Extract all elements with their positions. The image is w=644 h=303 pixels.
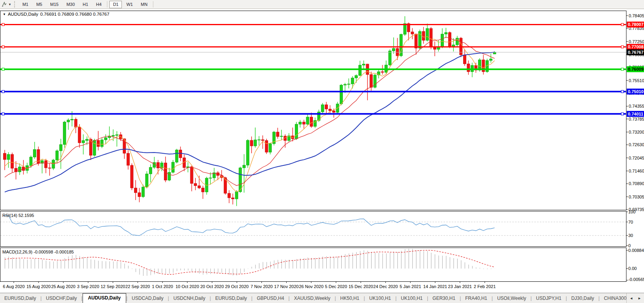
date-axis[interactable]: 6 Aug 202015 Aug 202025 Aug 20203 Sep 20… <box>3 281 496 289</box>
timeframe-button-D1[interactable]: D1 <box>109 1 122 8</box>
line-handle <box>621 68 624 70</box>
svg-text:-0.005651: -0.005651 <box>628 277 644 282</box>
chart-tab-USDCAD-Daily[interactable]: USDCAD,Daily <box>127 294 168 303</box>
svg-text:20 Oct 2020: 20 Oct 2020 <box>200 284 224 289</box>
svg-text:0.69735: 0.69735 <box>629 207 644 212</box>
svg-text:29 Oct 2020: 29 Oct 2020 <box>225 284 248 289</box>
svg-text:0.75510: 0.75510 <box>629 78 644 83</box>
mt4-window: ▼ M1M5M15M30H1H4D1W1MN 0.008840.00-0.005… <box>0 0 644 303</box>
svg-text:0.78405: 0.78405 <box>629 13 644 18</box>
tool-dropdown-caret-icon[interactable]: ▼ <box>8 3 11 6</box>
svg-text:0: 0 <box>628 243 631 248</box>
svg-text:2 Feb 2021: 2 Feb 2021 <box>474 284 496 289</box>
timeframe-button-M1[interactable]: M1 <box>19 1 32 8</box>
line-handle <box>621 23 624 26</box>
svg-text:5 Jan 2021: 5 Jan 2021 <box>400 284 421 289</box>
line-handle <box>2 23 4 26</box>
svg-text:12 Sep 2020: 12 Sep 2020 <box>101 284 125 289</box>
line-handle <box>621 46 624 48</box>
timeframe-button-H1[interactable]: H1 <box>79 1 92 8</box>
svg-text:0.00884: 0.00884 <box>628 248 644 253</box>
svg-text:0.72045: 0.72045 <box>629 156 644 160</box>
svg-text:0.00: 0.00 <box>628 266 637 271</box>
chart-canvas[interactable]: 0.008840.00-0.005651100703000.784050.778… <box>0 9 644 293</box>
timeframe-button-MN[interactable]: MN <box>137 1 151 8</box>
ohlc-readout: 0.76691 0.76809 0.76680 0.76767 <box>40 12 109 17</box>
svg-text:0.75010: 0.75010 <box>628 89 644 94</box>
chart-tab-UK100-H1[interactable]: UK100,H1 <box>365 294 395 303</box>
symbol-period-label: AUDUSD,Daily <box>8 12 38 17</box>
chart-tab-AUDUSD-Daily[interactable]: AUDUSD,Daily <box>83 293 126 303</box>
chart-tab-USDCNH-Daily[interactable]: USDCNH,Daily <box>169 294 210 303</box>
svg-text:0.70890: 0.70890 <box>629 181 644 186</box>
chart-tab-XAUUSD-Weekly[interactable]: XAUUSD,Weekly <box>290 294 335 303</box>
chart-tab-UK100-H1[interactable]: UK100,H1 <box>397 294 427 303</box>
toolbar-grip[interactable] <box>14 1 17 7</box>
svg-text:25 Aug 2020: 25 Aug 2020 <box>51 284 75 289</box>
rsi-indicator-label: RSI(14) 52.1595 <box>2 213 34 218</box>
svg-text:0.77250: 0.77250 <box>629 39 644 44</box>
tabs-scroll-right-icon[interactable]: ► <box>637 296 642 301</box>
svg-text:0.76767: 0.76767 <box>628 50 644 55</box>
svg-text:3 Sep 2020: 3 Sep 2020 <box>77 284 99 289</box>
chart-tab-EURUSD-Daily[interactable]: EURUSD,Daily <box>0 294 40 303</box>
macd-panel <box>0 248 627 282</box>
line-handle <box>621 113 624 115</box>
chart-tab-EURUSD-Daily[interactable]: EURUSD,Daily <box>211 294 251 303</box>
svg-text:0.73785: 0.73785 <box>629 117 644 121</box>
chart-tab-DJ30-Daily[interactable]: DJ30,Daily <box>567 294 598 303</box>
chart-tab-USDJPY-H1[interactable]: USDJPY,H1 <box>532 294 565 303</box>
chart-tab-HK50-H1[interactable]: HK50,H1 <box>336 294 364 303</box>
svg-text:0.76009: 0.76009 <box>628 67 644 72</box>
svg-text:1 Oct 2020: 1 Oct 2020 <box>152 284 173 289</box>
svg-text:0.72630: 0.72630 <box>629 142 644 147</box>
svg-text:5 Dec 2020: 5 Dec 2020 <box>325 284 347 289</box>
price-badge-0.74011: 0.74011 <box>627 111 644 117</box>
crosshair-tool-icon[interactable] <box>1 1 8 8</box>
svg-text:22 Sep 2020: 22 Sep 2020 <box>125 284 150 289</box>
chart-title: ▼ AUDUSD,Daily 0.76691 0.76809 0.76680 0… <box>3 12 109 17</box>
timeframe-button-H4[interactable]: H4 <box>92 1 105 8</box>
svg-text:0.78007: 0.78007 <box>628 22 644 27</box>
tabs-scroll-left-icon[interactable]: ◄ <box>628 296 634 301</box>
line-handle <box>2 46 4 48</box>
chart-window: 0.008840.00-0.005651100703000.784050.778… <box>0 9 644 293</box>
price-badge-0.77008: 0.77008 <box>627 44 644 50</box>
timeframe-toolbar: ▼ M1M5M15M30H1H4D1W1MN <box>0 0 644 9</box>
svg-text:26 Nov 2020: 26 Nov 2020 <box>299 284 323 289</box>
timeframe-button-M15[interactable]: M15 <box>46 1 62 8</box>
timeframe-button-M30[interactable]: M30 <box>63 1 78 8</box>
svg-text:6 Aug 2020: 6 Aug 2020 <box>3 284 25 289</box>
svg-text:0.77008: 0.77008 <box>628 44 644 49</box>
svg-text:24 Dec 2020: 24 Dec 2020 <box>374 284 398 289</box>
timeframe-button-M5[interactable]: M5 <box>33 1 46 8</box>
svg-text:0.70305: 0.70305 <box>629 195 644 199</box>
svg-text:7 Nov 2020: 7 Nov 2020 <box>250 284 272 289</box>
macd-indicator-label: MACD(12,26,9) -0.000598 -0.000185 <box>2 250 74 254</box>
chart-tab-FRA40-H1[interactable]: FRA40,H1 <box>461 294 491 303</box>
svg-text:17 Nov 2020: 17 Nov 2020 <box>274 284 298 289</box>
svg-text:30: 30 <box>628 233 633 238</box>
collapse-triangle-icon[interactable]: ▼ <box>3 13 6 16</box>
chart-tab-GBPUSD-H4[interactable]: GBPUSD,H4 <box>252 294 288 303</box>
svg-text:15 Aug 2020: 15 Aug 2020 <box>26 284 51 289</box>
chart-tab-USOil-Weekly[interactable]: USOil,Weekly <box>493 294 530 303</box>
svg-text:14 Jan 2021: 14 Jan 2021 <box>423 284 447 289</box>
line-handle <box>621 90 624 93</box>
svg-text:15 Dec 2020: 15 Dec 2020 <box>349 284 373 289</box>
svg-text:23 Jan 2021: 23 Jan 2021 <box>448 284 472 289</box>
svg-text:70: 70 <box>628 220 633 224</box>
svg-text:0.71460: 0.71460 <box>629 169 644 173</box>
price-badge-0.75010: 0.75010 <box>627 88 644 94</box>
chart-tab-GER30-H1[interactable]: GER30,H1 <box>428 294 460 303</box>
timeframe-button-W1[interactable]: W1 <box>123 1 136 8</box>
svg-text:0.74011: 0.74011 <box>628 112 643 116</box>
tabs-scroll-controls: ◄ ► <box>626 293 644 303</box>
line-handle <box>2 90 4 93</box>
line-handle <box>2 68 4 70</box>
price-badge-0.76009: 0.76009 <box>627 66 644 72</box>
chart-tab-CHINA300-H1[interactable]: CHINA300,H1 <box>600 294 626 303</box>
main-panel <box>0 11 627 210</box>
chart-tab-USDCHF-Daily[interactable]: USDCHF,Daily <box>42 294 81 303</box>
line-handle <box>2 113 4 115</box>
